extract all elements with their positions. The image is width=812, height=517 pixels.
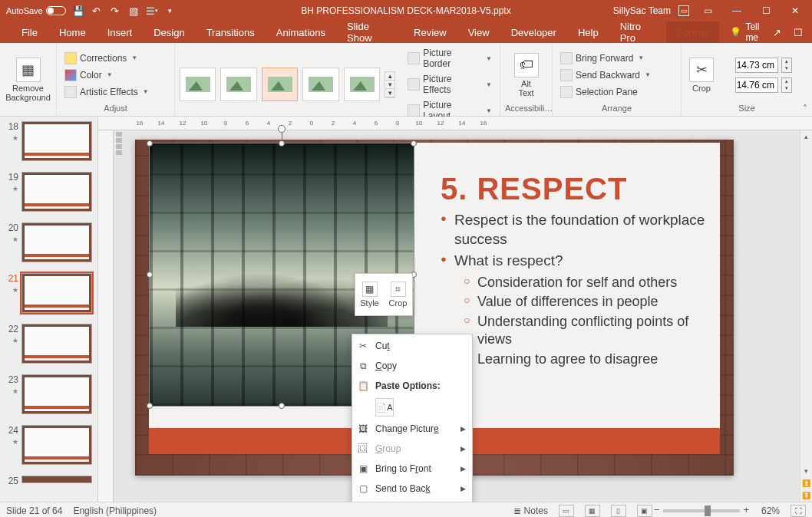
minimize-button[interactable]: —: [726, 4, 748, 18]
account-name[interactable]: SillySac Team: [613, 5, 671, 16]
thumbnail-18[interactable]: 18★: [0, 120, 97, 170]
slide-thumbnails[interactable]: 18★ 19★ 20★ 21★ 22★ 23★ 24★ 25: [0, 117, 98, 502]
ribbon-options-icon[interactable]: ▭: [697, 4, 718, 18]
tab-developer[interactable]: Developer: [500, 21, 567, 43]
resize-handle-bm[interactable]: [279, 403, 285, 409]
thumbnail-23[interactable]: 23★: [0, 373, 97, 423]
tab-help[interactable]: Help: [567, 21, 609, 43]
slide-sorter-button[interactable]: ▦: [585, 505, 600, 517]
zoom-thumb[interactable]: [705, 505, 711, 516]
ribbon: ▦ Remove Background Corrections▼ Color▼ …: [0, 43, 812, 117]
color-button[interactable]: Color▼: [61, 68, 152, 83]
corrections-button[interactable]: Corrections▼: [61, 51, 152, 66]
share-icon[interactable]: ↗: [771, 26, 783, 38]
reading-view-button[interactable]: ▯: [611, 505, 626, 517]
height-input[interactable]: ▴▾: [721, 58, 792, 73]
mini-crop-button[interactable]: ⌗Crop: [384, 274, 412, 315]
up-arrow-icon[interactable]: ▴: [385, 72, 394, 81]
vertical-scrollbar[interactable]: ▴ ▾ ⏫ ⏬: [800, 130, 812, 502]
picture-style-4[interactable]: [302, 68, 338, 101]
scroll-up-icon[interactable]: ▴: [800, 130, 812, 143]
list-icon[interactable]: ☰▾: [146, 5, 158, 17]
save-icon[interactable]: 💾: [72, 5, 84, 17]
autosave-toggle[interactable]: AutoSave: [6, 6, 66, 15]
language-status[interactable]: English (Philippines): [73, 505, 157, 516]
alt-text-button[interactable]: 🏷 Alt Text: [505, 53, 547, 97]
next-slide-icon[interactable]: ⏬: [800, 489, 812, 502]
prev-slide-icon[interactable]: ⏫: [800, 477, 812, 489]
tab-insert[interactable]: Insert: [97, 21, 144, 43]
thumbnail-20[interactable]: 20★: [0, 221, 97, 272]
width-input[interactable]: ▴▾: [721, 77, 792, 93]
thumbnail-22[interactable]: 22★: [0, 322, 97, 373]
slide-canvas[interactable]: 1614121086420246810121416 ▴ ▾ ⏫ ⏬: [98, 117, 812, 502]
slide-counter[interactable]: Slide 21 of 64: [6, 505, 62, 516]
thumbnail-21-current[interactable]: 21★: [0, 272, 97, 322]
start-from-beginning-icon[interactable]: ▧: [127, 5, 140, 17]
tab-transitions[interactable]: Transitions: [196, 21, 266, 43]
more-icon[interactable]: ▾: [385, 89, 394, 97]
ctx-change-picture[interactable]: 🖼Change Picture▶: [352, 419, 472, 439]
picture-style-2[interactable]: [220, 68, 256, 101]
style-gallery-scroll[interactable]: ▴▾▾: [385, 71, 395, 98]
ctx-bring-to-front[interactable]: ▣Bring to Front▶: [352, 459, 472, 479]
rotate-handle[interactable]: [278, 125, 286, 133]
mini-style-button[interactable]: ▦Style: [355, 274, 384, 315]
account-icon[interactable]: ▭: [678, 5, 689, 16]
down-arrow-icon[interactable]: ▾: [385, 81, 394, 89]
tab-animations[interactable]: Animations: [266, 21, 336, 43]
tab-file[interactable]: File: [11, 21, 48, 43]
resize-handle-tl[interactable]: [147, 140, 153, 147]
comments-icon[interactable]: ☐: [792, 26, 804, 38]
tab-nitro[interactable]: Nitro Pro: [609, 21, 667, 43]
maximize-button[interactable]: ☐: [755, 4, 777, 18]
picture-border-button[interactable]: Picture Border▼: [404, 46, 495, 71]
resize-handle-tr[interactable]: [411, 140, 417, 147]
selection-pane-button[interactable]: Selection Pane: [557, 84, 654, 100]
qat-customize-icon[interactable]: ▾: [164, 5, 177, 17]
picture-effects-button[interactable]: Picture Effects▼: [404, 72, 495, 97]
ctx-copy[interactable]: ⧉Copy: [352, 356, 472, 376]
thumbnail-19[interactable]: 19★: [0, 170, 97, 221]
zoom-slider[interactable]: [663, 509, 740, 512]
submenu-arrow-icon: ▶: [460, 485, 466, 492]
picture-style-3-selected[interactable]: [262, 68, 298, 101]
picture-style-1[interactable]: [180, 68, 216, 101]
tellme-search[interactable]: 💡 Tell me: [719, 21, 771, 43]
remove-background-button[interactable]: ▦ Remove Background: [5, 58, 51, 102]
tab-design[interactable]: Design: [143, 21, 195, 43]
ctx-link[interactable]: 🔗Link▶: [352, 499, 472, 502]
paste-keep-formatting-button[interactable]: 📄A: [375, 398, 394, 417]
slideshow-view-button[interactable]: ▣: [637, 505, 652, 517]
tab-view[interactable]: View: [457, 21, 500, 43]
collapse-ribbon-icon[interactable]: ˄: [803, 104, 807, 114]
zoom-percent[interactable]: 62%: [761, 505, 780, 516]
ctx-send-to-back[interactable]: ▢Send to Back▶: [352, 479, 472, 499]
redo-icon[interactable]: ↷: [109, 5, 121, 17]
resize-handle-ml[interactable]: [147, 272, 153, 278]
tab-home[interactable]: Home: [48, 21, 97, 43]
crop-button[interactable]: ✂ Crop: [686, 58, 717, 93]
send-backward-button[interactable]: Send Backward▼: [557, 68, 654, 83]
scroll-down-icon[interactable]: ▾: [800, 465, 812, 477]
resize-handle-tm[interactable]: [279, 140, 285, 147]
width-spinner[interactable]: ▴▾: [781, 77, 792, 93]
notes-button[interactable]: ≣Notes: [513, 505, 548, 516]
fit-to-window-button[interactable]: ⛶: [791, 505, 806, 517]
artistic-effects-button[interactable]: Artistic Effects▼: [61, 84, 152, 100]
resize-handle-bl[interactable]: [147, 403, 153, 409]
close-button[interactable]: ✕: [784, 4, 806, 18]
picture-style-5[interactable]: [344, 68, 380, 101]
outline-collapse-handle[interactable]: [114, 132, 124, 155]
tab-slideshow[interactable]: Slide Show: [336, 21, 403, 43]
height-spinner[interactable]: ▴▾: [781, 58, 792, 73]
normal-view-button[interactable]: ▭: [559, 505, 574, 517]
undo-icon[interactable]: ↶: [91, 5, 103, 17]
tab-format[interactable]: Format: [666, 21, 719, 43]
tab-review[interactable]: Review: [403, 21, 457, 43]
thumbnail-25[interactable]: 25: [0, 474, 97, 496]
thumbnail-24[interactable]: 24★: [0, 423, 97, 474]
slide-text-content[interactable]: 5. RESPECT Respect is the foundation of …: [441, 172, 711, 370]
ctx-cut[interactable]: ✂Cut: [352, 336, 472, 356]
bring-forward-button[interactable]: Bring Forward▼: [557, 51, 654, 66]
